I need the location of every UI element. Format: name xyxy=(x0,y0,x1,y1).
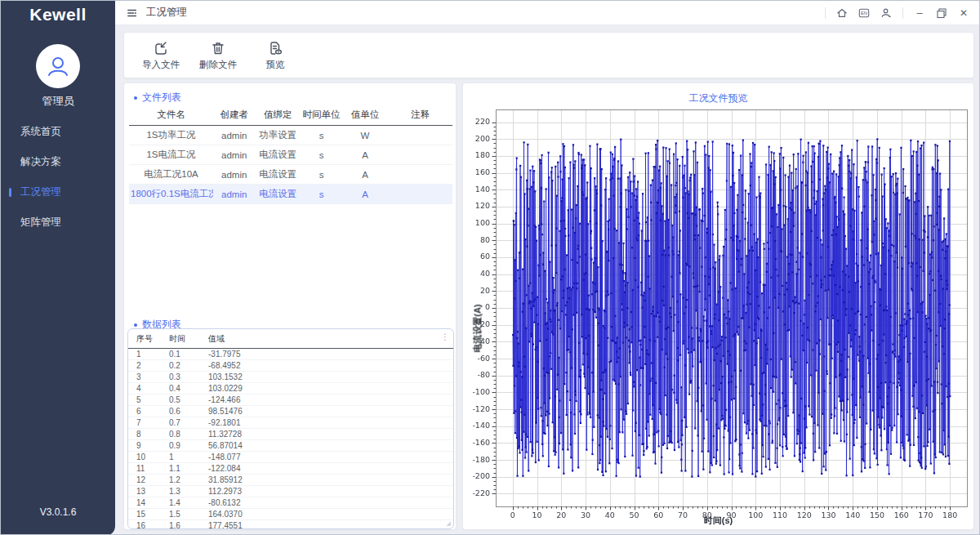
file-cell[interactable]: admin xyxy=(213,126,255,145)
brand-logo: Kewell xyxy=(1,5,115,25)
data-cell: 0.1 xyxy=(161,349,200,360)
file-cell[interactable]: s xyxy=(301,145,342,165)
sidebar-item-1[interactable]: 系统首页 xyxy=(1,117,115,147)
delete-file-label: 删除文件 xyxy=(199,59,237,71)
file-cell[interactable]: 电流工况10A xyxy=(129,165,213,185)
chart-ylabel: 电流设置(A) xyxy=(472,304,484,352)
import-file-button[interactable]: 导入文件 xyxy=(139,40,183,71)
data-cell: 0.3 xyxy=(161,372,200,383)
user-avatar[interactable] xyxy=(36,44,80,88)
home-icon[interactable] xyxy=(836,7,848,19)
data-cell: 1.2 xyxy=(161,475,200,486)
file-cell[interactable]: A xyxy=(342,185,387,204)
data-cell: 13 xyxy=(128,486,161,497)
file-cell[interactable]: A xyxy=(342,165,387,185)
bullet-icon xyxy=(134,323,137,327)
restore-button[interactable] xyxy=(936,7,947,19)
data-table: 序号时间值域 10.1-31.797520.2-68.495230.3103.1… xyxy=(128,329,453,529)
data-cell: -92.1801 xyxy=(200,417,453,429)
data-row[interactable]: 131.3112.2973 xyxy=(128,486,453,497)
data-row[interactable]: 101-148.077 xyxy=(128,452,453,463)
data-cell: -124.466 xyxy=(200,395,453,406)
data-cell: 1 xyxy=(128,349,161,360)
sidebar-item-4[interactable]: 矩阵管理 xyxy=(1,207,115,238)
data-cell: 11 xyxy=(128,463,161,475)
data-row[interactable]: 80.811.32728 xyxy=(128,429,453,440)
data-row[interactable]: 20.2-68.4952 xyxy=(128,360,453,372)
delete-file-button[interactable]: 删除文件 xyxy=(196,40,240,71)
data-cell: 0.7 xyxy=(161,417,200,429)
file-cell[interactable]: 1S功率工况 xyxy=(129,126,213,145)
file-cell[interactable]: 电流设置 xyxy=(255,185,300,204)
file-row[interactable]: 1800行0.1S电流工况admin电流设置sA xyxy=(129,185,452,204)
data-row[interactable]: 40.4103.0229 xyxy=(128,383,453,395)
file-cell[interactable]: s xyxy=(301,165,342,185)
file-cell[interactable] xyxy=(388,185,452,204)
file-cell[interactable]: 1800行0.1S电流工况 xyxy=(129,185,213,204)
data-col-header: 序号 xyxy=(128,329,161,349)
file-panel: 文件列表 文件名创建者值绑定时间单位值单位注释 1S功率工况admin功率设置s… xyxy=(123,82,457,530)
data-row[interactable]: 50.5-124.466 xyxy=(128,395,453,406)
minimize-button[interactable]: – xyxy=(914,9,925,17)
data-cell: 16 xyxy=(128,520,161,530)
data-row[interactable]: 70.7-92.1801 xyxy=(128,417,453,429)
file-cell[interactable]: 电流设置 xyxy=(255,145,300,165)
file-cell[interactable]: A xyxy=(342,145,387,165)
data-list-box: 序号时间值域 10.1-31.797520.2-68.495230.3103.1… xyxy=(127,328,454,529)
data-row[interactable]: 161.6177.4551 xyxy=(128,520,453,530)
data-cell: 9 xyxy=(128,440,161,452)
file-cell[interactable]: W xyxy=(342,126,387,145)
data-cell: 0.9 xyxy=(161,440,200,452)
sidebar-item-label: 矩阵管理 xyxy=(20,216,61,228)
file-cell[interactable] xyxy=(388,126,452,145)
data-cell: 98.51476 xyxy=(200,406,453,417)
file-row[interactable]: 1S电流工况admin电流设置sA xyxy=(129,145,452,165)
file-row[interactable]: 1S功率工况admin功率设置sW xyxy=(129,126,452,145)
topbar: 工况管理 EN – xyxy=(115,1,980,25)
sidebar-item-2[interactable]: 解决方案 xyxy=(1,147,115,177)
data-row[interactable]: 10.1-31.7975 xyxy=(128,349,453,360)
file-table: 文件名创建者值绑定时间单位值单位注释 1S功率工况admin功率设置sW1S电流… xyxy=(129,105,452,204)
preview-icon xyxy=(267,40,283,56)
file-cell[interactable]: admin xyxy=(213,165,255,185)
file-col-header: 值单位 xyxy=(342,105,387,126)
file-cell[interactable]: 电流设置 xyxy=(255,165,300,185)
more-options-icon[interactable]: ⋮ xyxy=(441,333,449,341)
file-row[interactable]: 电流工况10Aadmin电流设置sA xyxy=(129,165,452,185)
file-cell[interactable]: admin xyxy=(213,185,255,204)
data-row[interactable]: 141.4-80.6132 xyxy=(128,497,453,509)
data-row[interactable]: 90.956.87014 xyxy=(128,440,453,452)
file-cell[interactable] xyxy=(388,165,452,185)
data-cell: 0.5 xyxy=(161,395,200,406)
file-cell[interactable] xyxy=(388,145,452,165)
data-row[interactable]: 151.5164.0370 xyxy=(128,509,453,520)
app-version: V3.0.1.6 xyxy=(1,506,115,518)
data-row[interactable]: 121.231.85912 xyxy=(128,475,453,486)
resize-handle-icon[interactable]: ◢ xyxy=(447,520,451,527)
person-icon xyxy=(44,52,72,80)
data-row[interactable]: 60.698.51476 xyxy=(128,406,453,417)
import-icon xyxy=(153,40,169,56)
sidebar-item-3[interactable]: 工况管理 xyxy=(1,177,115,207)
file-cell[interactable]: 1S电流工况 xyxy=(129,145,213,165)
file-cell[interactable]: 功率设置 xyxy=(255,126,300,145)
data-cell: 1.4 xyxy=(161,497,200,509)
menu-toggle-icon[interactable] xyxy=(127,7,138,19)
file-cell[interactable]: admin xyxy=(213,145,255,165)
data-cell: 5 xyxy=(128,395,161,406)
account-icon[interactable] xyxy=(880,7,892,19)
main-content: 导入文件 删除文件 预览 文件列表 xyxy=(115,25,980,535)
file-col-header: 文件名 xyxy=(129,105,213,126)
file-cell[interactable]: s xyxy=(301,126,342,145)
preview-button[interactable]: 预览 xyxy=(253,40,297,71)
data-row[interactable]: 30.3103.1532 xyxy=(128,372,453,383)
data-cell: 8 xyxy=(128,429,161,440)
data-cell: -31.7975 xyxy=(200,349,453,360)
close-button[interactable]: ✕ xyxy=(958,7,969,19)
data-cell: 31.85912 xyxy=(200,475,453,486)
file-cell[interactable]: s xyxy=(301,185,342,204)
data-cell: 3 xyxy=(128,372,161,383)
data-cell: 0.4 xyxy=(161,383,200,395)
data-row[interactable]: 111.1-122.084 xyxy=(128,463,453,475)
language-icon[interactable]: EN xyxy=(858,7,870,19)
